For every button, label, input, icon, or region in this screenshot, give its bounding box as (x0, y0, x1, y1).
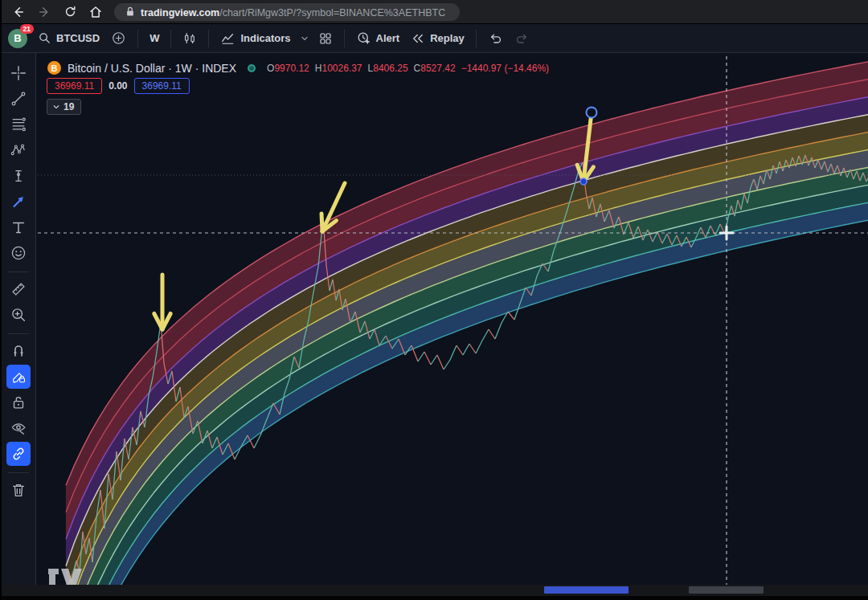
emoji-tool-button[interactable] (6, 241, 31, 265)
fib-tool-button[interactable] (6, 112, 31, 137)
url-path: /chart/RiMgw3tP/?symbol=BINANCE%3AETHBTC (219, 7, 445, 18)
text-tool-button[interactable] (6, 215, 31, 239)
replay-icon (411, 31, 425, 46)
low-value: 8406.25 (373, 63, 407, 74)
indicators-button[interactable]: Indicators (215, 27, 296, 49)
price-label-from[interactable]: 36969.11 (47, 78, 102, 94)
sync-drawings-button[interactable] (6, 442, 31, 466)
interval-label: W (149, 32, 159, 44)
back-icon[interactable] (11, 5, 26, 19)
replay-button[interactable]: Replay (405, 28, 470, 49)
reload-icon[interactable] (63, 5, 77, 19)
screen: tradingview.com/chart/RiMgw3tP/?symbol=B… (0, 0, 868, 600)
drawing-mode-lock-button[interactable] (6, 365, 31, 389)
measure-tool-button[interactable] (6, 277, 31, 301)
chevron-down-icon (52, 103, 60, 111)
trendline-tool-button[interactable] (6, 87, 31, 111)
magnet-tool-button[interactable] (6, 339, 31, 363)
price-label-to[interactable]: 36969.11 (134, 78, 190, 94)
hide-drawings-button[interactable] (6, 416, 31, 440)
bottom-scrollbar-track[interactable] (2, 585, 868, 596)
chart-legend[interactable]: B Bitcoin / U.S. Dollar · 1W · INDEX O99… (47, 61, 549, 75)
candles-icon (182, 31, 197, 46)
search-icon (38, 31, 51, 45)
redo-button[interactable] (509, 27, 535, 49)
interval-button[interactable]: W (144, 29, 165, 47)
alert-clock-icon (356, 31, 371, 46)
object-count-chip[interactable]: 19 (47, 99, 81, 115)
change-value: −1440.97 (−14.46%) (461, 63, 549, 74)
zoom-in-tool-button[interactable] (6, 303, 31, 327)
alert-button[interactable]: Alert (350, 27, 406, 49)
drawing-sidebar (2, 53, 36, 585)
symbol-label: BTCUSD (56, 32, 100, 44)
indicators-label: Indicators (240, 32, 290, 44)
pattern-tool-button[interactable] (6, 138, 31, 162)
crosshair-tool-button[interactable] (6, 61, 31, 85)
chart-style-button[interactable] (177, 28, 203, 49)
chart-canvas[interactable] (36, 53, 868, 585)
close-value: 8527.42 (420, 63, 455, 74)
browser-toolbar: tradingview.com/chart/RiMgw3tP/?symbol=B… (2, 0, 868, 24)
undo-button[interactable] (482, 27, 509, 49)
chart-pane[interactable]: B Bitcoin / U.S. Dollar · 1W · INDEX O99… (36, 53, 868, 585)
url-domain: tradingview.com (141, 7, 219, 18)
indicators-icon (220, 31, 235, 46)
symbol-search-button[interactable]: BTCUSD (32, 28, 105, 48)
open-value: 9970.12 (274, 63, 309, 74)
tv-toolbar: B 21 BTCUSD W Indicators (2, 24, 868, 53)
forward-icon[interactable] (37, 5, 51, 19)
object-count: 19 (63, 101, 74, 112)
replay-label: Replay (430, 32, 465, 44)
remove-drawings-button[interactable] (6, 478, 31, 502)
bottom-edge (2, 596, 868, 600)
home-icon[interactable] (88, 5, 103, 19)
arrow-marker-tool-button[interactable] (6, 190, 31, 214)
notification-badge: 21 (20, 24, 34, 34)
drawing-price-labels: 36969.11 0.00 36969.11 (47, 78, 190, 94)
layout-templates-button[interactable] (313, 28, 338, 49)
add-symbol-button[interactable] (105, 27, 132, 49)
indicators-chevron-icon[interactable] (300, 34, 309, 43)
user-avatar[interactable]: B 21 (8, 29, 27, 48)
bitcoin-icon: B (47, 61, 61, 75)
lock-drawings-button[interactable] (6, 390, 31, 414)
symbol-title: Bitcoin / U.S. Dollar · 1W · INDEX (68, 62, 236, 75)
lock-icon (125, 6, 135, 17)
ohlc-values: O9970.12 H10026.37 L8406.25 C8527.42 −14… (267, 63, 549, 74)
scrollbar-thumb-gray[interactable] (689, 586, 764, 594)
data-status-icon[interactable] (248, 64, 256, 72)
scrollbar-thumb-blue[interactable] (544, 586, 628, 594)
price-diff: 0.00 (108, 80, 127, 92)
alert-label: Alert (376, 32, 400, 44)
high-value: 10026.37 (321, 63, 362, 74)
position-tool-button[interactable] (6, 164, 31, 188)
tradingview-logo (48, 569, 82, 585)
url-bar[interactable]: tradingview.com/chart/RiMgw3tP/?symbol=B… (114, 3, 460, 21)
